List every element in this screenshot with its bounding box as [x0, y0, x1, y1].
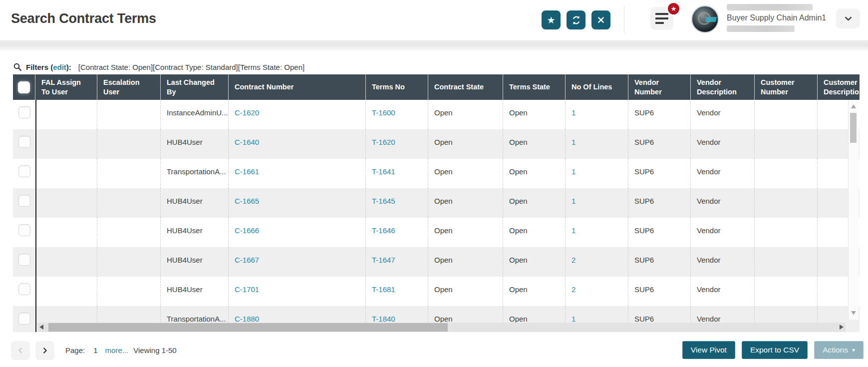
page-title: Search Contract Terms: [11, 11, 156, 26]
column-header-terms-state[interactable]: Terms State: [503, 74, 566, 100]
cell-no-of-lines: 1: [566, 100, 628, 129]
refresh-button[interactable]: [567, 10, 585, 29]
no-of-lines-link[interactable]: 1: [572, 108, 576, 117]
hamburger-icon: [655, 13, 668, 15]
column-header-contract-state[interactable]: Contract State: [428, 74, 503, 100]
select-all-cell: [13, 74, 35, 100]
close-button[interactable]: [591, 10, 610, 29]
vertical-scrollbar[interactable]: [848, 100, 859, 320]
row-checkbox[interactable]: [18, 224, 30, 236]
row-checkbox[interactable]: [18, 165, 30, 177]
cell-customer-number: [755, 159, 818, 188]
terms-no-link[interactable]: T-1620: [372, 138, 395, 146]
contract-number-link[interactable]: C-1661: [235, 167, 259, 176]
cell-escalation-user: [97, 277, 161, 306]
column-header-customer-number[interactable]: Customer Number: [755, 74, 818, 100]
cell-terms-no: T-1600: [366, 100, 428, 129]
page-number: 1: [93, 346, 97, 355]
scroll-right-arrow[interactable]: [840, 325, 844, 330]
column-header-customer-description[interactable]: Customer Description: [818, 74, 860, 100]
scroll-left-arrow[interactable]: [39, 325, 43, 330]
caret-down-icon: ▾: [852, 347, 855, 353]
edit-filters-link[interactable]: edit: [53, 63, 66, 71]
cell-escalation-user: [97, 218, 161, 247]
terms-no-link[interactable]: T-1840: [372, 315, 395, 323]
terms-no-link[interactable]: T-1646: [372, 226, 395, 235]
no-of-lines-link[interactable]: 1: [572, 197, 576, 205]
cell-terms-state: Open: [503, 277, 566, 306]
terms-no-link[interactable]: T-1600: [372, 108, 395, 117]
vertical-scrollbar-thumb[interactable]: [850, 113, 857, 143]
contract-number-link[interactable]: C-1701: [235, 285, 259, 294]
next-page-button[interactable]: [35, 341, 54, 360]
chevron-down-icon: [843, 13, 854, 24]
contract-number-link[interactable]: C-1620: [235, 108, 259, 117]
cell-vendor-number: SUP6: [628, 277, 691, 306]
horizontal-scrollbar-thumb[interactable]: [48, 323, 448, 332]
pagination-status: Page: 1 more... Viewing 1-50: [65, 346, 177, 355]
no-of-lines-link[interactable]: 1: [572, 315, 576, 323]
row-checkbox[interactable]: [18, 254, 30, 266]
scroll-up-arrow[interactable]: [851, 104, 856, 108]
scroll-down-arrow[interactable]: [851, 311, 856, 315]
column-header-terms-no[interactable]: Terms No: [366, 74, 428, 100]
row-checkbox[interactable]: [18, 283, 30, 295]
column-header-contract-number[interactable]: Contract Number: [229, 74, 366, 100]
cell-contract-number: C-1620: [229, 100, 366, 129]
row-select-cell: [13, 188, 35, 218]
cell-vendor-description: Vendor: [691, 277, 755, 306]
terms-no-link[interactable]: T-1647: [372, 256, 395, 264]
row-checkbox[interactable]: [18, 195, 30, 207]
cell-terms-no: T-1645: [366, 188, 428, 218]
row-select-cell: [13, 306, 35, 332]
export-to-csv-button[interactable]: Export to CSV: [742, 341, 808, 359]
row-select-cell: [13, 159, 35, 188]
contract-number-link[interactable]: C-1640: [235, 138, 259, 146]
cell-contract-state: Open: [428, 159, 503, 188]
column-header-last-changed-by[interactable]: Last Changed By: [161, 74, 229, 100]
table-row: HUB4UserC-1665T-1645OpenOpen1SUP6Vendor: [13, 188, 860, 218]
column-header-vendor-description[interactable]: Vendor Description: [691, 74, 755, 100]
cell-no-of-lines: 1: [566, 188, 628, 218]
no-of-lines-link[interactable]: 1: [572, 226, 576, 235]
header-divider: [624, 6, 624, 33]
cell-fal-assign-to-user: [35, 247, 97, 277]
no-of-lines-link[interactable]: 2: [572, 285, 576, 294]
terms-no-link[interactable]: T-1681: [372, 285, 395, 294]
horizontal-scrollbar[interactable]: [37, 323, 846, 332]
row-checkbox[interactable]: [18, 106, 30, 118]
contract-number-link[interactable]: C-1665: [235, 197, 259, 205]
no-of-lines-link[interactable]: 2: [572, 256, 576, 264]
more-pages-link[interactable]: more...: [105, 346, 129, 355]
column-header-no-of-lines[interactable]: No Of Lines: [566, 74, 628, 100]
row-select-cell: [13, 100, 35, 129]
terms-no-link[interactable]: T-1645: [372, 197, 395, 205]
cell-contract-number: C-1667: [229, 247, 366, 277]
contract-number-link[interactable]: C-1880: [235, 315, 259, 323]
column-header-fal-assign-to-user[interactable]: FAL Assign To User: [35, 74, 97, 100]
cell-contract-state: Open: [428, 188, 503, 218]
favorite-button[interactable]: ★: [542, 10, 561, 29]
terms-no-link[interactable]: T-1641: [372, 167, 395, 176]
redacted-text-bar: [727, 25, 795, 32]
contract-number-link[interactable]: C-1667: [235, 256, 259, 264]
header-shadow-strip: [0, 40, 868, 50]
previous-page-button[interactable]: [11, 341, 30, 360]
no-of-lines-link[interactable]: 1: [572, 138, 576, 146]
cell-vendor-number: SUP6: [628, 218, 691, 247]
actions-dropdown-button[interactable]: Actions ▾: [814, 341, 864, 359]
row-checkbox[interactable]: [18, 313, 30, 325]
column-header-vendor-number[interactable]: Vendor Number: [628, 74, 691, 100]
column-header-escalation-user[interactable]: Escalation User: [97, 74, 161, 100]
user-avatar[interactable]: [691, 5, 719, 33]
select-all-checkbox[interactable]: [18, 81, 30, 93]
contract-number-link[interactable]: C-1666: [235, 226, 259, 235]
chevron-left-icon: [16, 346, 25, 355]
cell-customer-number: [755, 100, 818, 129]
user-menu-chevron-button[interactable]: [836, 8, 860, 28]
no-of-lines-link[interactable]: 1: [572, 167, 576, 176]
view-pivot-button[interactable]: View Pivot: [682, 341, 735, 359]
row-checkbox[interactable]: [18, 136, 30, 148]
app-window: Search Contract Terms ★: [0, 0, 868, 367]
cell-no-of-lines: 1: [566, 159, 628, 188]
